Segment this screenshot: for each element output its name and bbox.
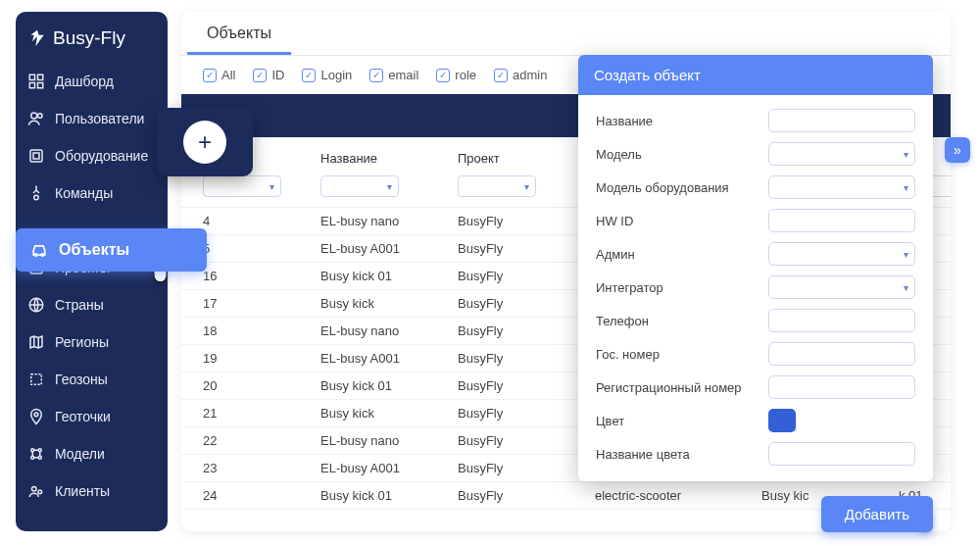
filter-project[interactable] — [458, 175, 536, 197]
svg-point-14 — [38, 449, 41, 452]
color-swatch[interactable] — [768, 409, 796, 432]
form-label: Название — [596, 114, 653, 128]
text-field[interactable] — [768, 375, 915, 399]
th-name: Название — [320, 151, 458, 166]
submit-button[interactable]: Добавить — [821, 496, 933, 532]
col-check-id[interactable]: ✓ID — [253, 68, 284, 82]
cell-project: BusyFly — [458, 461, 595, 475]
sidebar-item-equipment[interactable]: Оборудование — [16, 137, 168, 174]
page-title: Объекты — [187, 12, 291, 55]
cell-name: EL-busy A001 — [320, 241, 458, 256]
cell-id: 21 — [203, 406, 320, 421]
text-field[interactable] — [768, 109, 915, 132]
sidebar-item-objects[interactable]: Объекты — [16, 228, 207, 272]
brand-name: Busy-Fly — [53, 27, 125, 49]
sidebar-item-models[interactable]: Модели — [16, 435, 168, 472]
svg-point-4 — [31, 113, 37, 119]
cell-id: 23 — [203, 461, 320, 475]
sidebar-item-dashboard[interactable]: Дашборд — [16, 63, 168, 100]
add-fab-container: + — [157, 108, 253, 176]
form-row: Название цвета — [596, 442, 915, 466]
form-row: Регистрационный номер — [596, 375, 915, 399]
cell-name: EL-busy A001 — [320, 461, 458, 475]
form-label: Админ — [596, 247, 635, 262]
sidebar-item-commands[interactable]: Команды — [16, 174, 168, 212]
pin-icon — [27, 408, 45, 425]
text-field[interactable] — [768, 342, 915, 366]
cell-project: BusyFly — [458, 488, 595, 503]
form-label: Модель оборудования — [596, 180, 729, 195]
modal-body: НазваниеМодельМодель оборудованияHW IDАд… — [578, 95, 933, 481]
geozone-icon — [27, 371, 45, 388]
sidebar-item-regions[interactable]: Регионы — [16, 323, 168, 361]
svg-rect-6 — [30, 150, 42, 162]
cell-project: BusyFly — [458, 378, 595, 393]
form-row: Название — [596, 109, 915, 132]
cell-id: 19 — [203, 351, 320, 366]
svg-point-17 — [32, 487, 37, 492]
sidebar-item-clients[interactable]: Клиенты — [16, 472, 168, 510]
checkbox-icon: ✓ — [302, 69, 316, 82]
cell-project: BusyFly — [458, 323, 595, 338]
cell-project: BusyFly — [458, 241, 595, 256]
cell-name: EL-busy A001 — [320, 351, 458, 366]
col-check-role[interactable]: ✓role — [436, 68, 476, 82]
cell-id: 20 — [203, 378, 320, 393]
sidebar-item-label: Страны — [55, 297, 104, 313]
sidebar-item-label: Регионы — [55, 334, 109, 350]
sidebar-item-countries[interactable]: Страны — [16, 286, 168, 323]
svg-rect-1 — [38, 74, 43, 79]
select-field[interactable] — [768, 242, 915, 266]
equipment-icon — [27, 147, 45, 165]
cell-project: BusyFly — [458, 269, 595, 283]
text-field[interactable] — [768, 442, 915, 466]
text-field[interactable] — [768, 309, 915, 332]
form-row: Модель — [596, 142, 915, 166]
sidebar-item-geopoints[interactable]: Геоточки — [16, 398, 168, 435]
svg-point-15 — [31, 456, 34, 459]
sidebar-item-geozones[interactable]: Геозоны — [16, 361, 168, 398]
filter-name[interactable] — [320, 175, 399, 197]
svg-point-5 — [38, 114, 43, 119]
sidebar-item-label: Объекты — [59, 241, 129, 259]
sidebar-item-users[interactable]: Пользователи — [16, 100, 168, 137]
checkbox-icon: ✓ — [369, 69, 383, 82]
svg-point-13 — [31, 449, 34, 452]
form-row: HW ID — [596, 209, 915, 232]
cell-project: BusyFly — [458, 406, 595, 421]
modal-title: Создать объект — [578, 55, 933, 95]
cell-project: BusyFly — [458, 214, 595, 228]
cell-name: EL-busy nano — [320, 323, 458, 338]
add-button[interactable]: + — [183, 121, 226, 164]
select-field[interactable] — [768, 142, 915, 166]
form-row: Админ — [596, 242, 915, 266]
svg-point-12 — [34, 413, 38, 417]
cell-name: Busy kick 01 — [320, 488, 458, 503]
cell-project: BusyFly — [458, 433, 595, 448]
th-project: Проект — [458, 151, 595, 166]
sidebar-item-label: Команды — [55, 185, 113, 201]
text-field[interactable] — [768, 209, 915, 232]
sidebar-item-label: Дашборд — [55, 74, 114, 89]
cell-id: 18 — [203, 323, 320, 338]
commands-icon — [27, 184, 45, 202]
col-check-admin[interactable]: ✓admin — [494, 68, 547, 82]
cell-id: 4 — [203, 214, 320, 228]
sidebar-item-label: Геозоны — [55, 372, 108, 387]
col-check-email[interactable]: ✓email — [369, 68, 418, 82]
expand-columns-button[interactable]: » — [945, 137, 970, 163]
filter-id[interactable] — [203, 175, 281, 197]
car-icon — [29, 240, 49, 260]
col-check-all[interactable]: ✓All — [203, 68, 235, 82]
create-object-modal: Создать объект НазваниеМодельМодель обор… — [578, 55, 933, 481]
map-icon — [27, 333, 45, 351]
form-label: Название цвета — [596, 447, 690, 462]
cell-name: EL-busy nano — [320, 433, 458, 448]
cell-id: 24 — [203, 488, 320, 503]
col-check-login[interactable]: ✓Login — [302, 68, 352, 82]
users-icon — [27, 110, 45, 127]
select-field[interactable] — [768, 275, 915, 299]
sidebar-item-label: Оборудование — [55, 148, 148, 164]
select-field[interactable] — [768, 175, 915, 199]
form-row: Гос. номер — [596, 342, 915, 366]
